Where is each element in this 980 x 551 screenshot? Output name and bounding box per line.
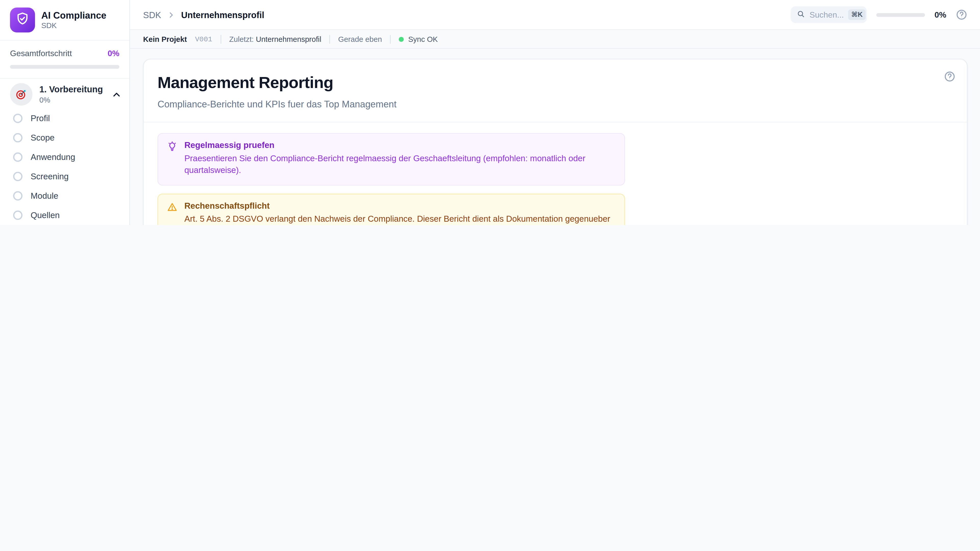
overall-progress-label: Gesamtfortschritt xyxy=(10,49,72,58)
step-label: Anwendung xyxy=(30,152,75,162)
phase-vorbereitung: 1. Vorbereitung 0% Profil Scope xyxy=(0,79,129,225)
app-logo xyxy=(10,7,35,32)
lightbulb-icon xyxy=(167,141,178,152)
report-header-card: Management Reporting Compliance-Berichte… xyxy=(143,59,967,225)
project-status: Kein Projekt xyxy=(143,35,187,43)
step-label: Profil xyxy=(30,114,50,123)
notice-title: Regelmaessig pruefen xyxy=(184,141,616,150)
notice-body: Art. 5 Abs. 2 DSGVO verlangt den Nachwei… xyxy=(184,213,616,225)
sidebar-header: AI Compliance SDK xyxy=(0,0,129,41)
last-saved-time: Gerade eben xyxy=(338,35,382,43)
step-screening[interactable]: Screening xyxy=(12,167,122,186)
step-status-icon xyxy=(13,133,22,143)
page-content: Management Reporting Compliance-Berichte… xyxy=(130,49,980,225)
step-label: Quellen xyxy=(30,210,60,220)
search-input[interactable]: Suchen... ⌘K xyxy=(791,6,867,23)
sidebar: AI Compliance SDK Gesamtfortschritt 0% xyxy=(0,0,130,225)
step-label: Scope xyxy=(30,133,55,143)
step-status-icon xyxy=(13,114,22,123)
phase-percent: 0% xyxy=(39,96,104,104)
app-title-block: AI Compliance SDK xyxy=(41,10,107,30)
app-window: AI Compliance SDK Gesamtfortschritt 0% xyxy=(0,0,980,225)
step-profil[interactable]: Profil xyxy=(12,109,122,128)
phase-label: 1. Vorbereitung xyxy=(39,84,104,94)
notice-title: Rechenschaftspflicht xyxy=(184,201,616,210)
notice-tip: Regelmaessig pruefen Praesentieren Sie d… xyxy=(158,133,625,186)
page-title: Management Reporting xyxy=(158,73,953,93)
shield-check-icon xyxy=(15,11,30,29)
step-module[interactable]: Module xyxy=(12,186,122,206)
breadcrumb: SDK Unternehmensprofil xyxy=(143,10,264,20)
help-icon[interactable] xyxy=(956,9,967,21)
status-bar: Kein Projekt V001 Zuletzt: Unternehmensp… xyxy=(130,30,980,49)
step-status-icon xyxy=(13,171,22,181)
app-subtitle: SDK xyxy=(41,21,107,30)
divider xyxy=(390,35,390,43)
divider xyxy=(329,35,330,43)
help-icon[interactable] xyxy=(944,71,956,83)
step-scope[interactable]: Scope xyxy=(12,128,122,148)
step-anwendung[interactable]: Anwendung xyxy=(12,148,122,167)
notice-warning: Rechenschaftspflicht Art. 5 Abs. 2 DSGVO… xyxy=(158,194,625,225)
step-label: Screening xyxy=(30,171,68,181)
breadcrumb-current: Unternehmensprofil xyxy=(181,10,264,20)
app-title: AI Compliance xyxy=(41,10,107,21)
step-status-icon xyxy=(13,191,22,200)
version-badge: V001 xyxy=(195,35,212,43)
step-label: Module xyxy=(30,191,58,200)
search-icon xyxy=(797,10,805,20)
chevron-right-icon xyxy=(167,10,175,19)
phase-navigation: 1. Vorbereitung 0% Profil Scope xyxy=(0,79,129,225)
step-status-icon xyxy=(13,152,22,162)
overall-progress: Gesamtfortschritt 0% xyxy=(0,41,129,79)
step-status-icon xyxy=(13,210,22,220)
notice-body: Praesentieren Sie den Compliance-Bericht… xyxy=(184,153,616,177)
sync-status: Sync OK xyxy=(399,35,438,43)
target-icon xyxy=(10,83,32,106)
chevron-up-icon[interactable] xyxy=(111,89,122,100)
page-subtitle: Compliance-Berichte und KPIs fuer das To… xyxy=(158,99,953,110)
sync-ok-dot xyxy=(399,37,404,41)
overall-progress-bar xyxy=(10,65,119,69)
search-placeholder: Suchen... xyxy=(810,10,844,19)
search-shortcut-badge: ⌘K xyxy=(848,10,866,20)
last-opened: Zuletzt: Unternehmensprofil xyxy=(229,35,321,43)
header-progress-value: 0% xyxy=(935,10,946,19)
phase-vorbereitung-header[interactable]: 1. Vorbereitung 0% xyxy=(10,83,122,106)
breadcrumb-root[interactable]: SDK xyxy=(143,10,161,20)
header-progress-bar xyxy=(877,13,925,17)
divider xyxy=(221,35,221,43)
warning-triangle-icon xyxy=(167,202,178,212)
overall-progress-value: 0% xyxy=(108,49,119,58)
step-quellen[interactable]: Quellen xyxy=(12,206,122,225)
phase-vorbereitung-steps: Profil Scope Anwendung Screening xyxy=(10,106,122,225)
top-bar: SDK Unternehmensprofil Suchen... ⌘K xyxy=(130,0,980,30)
main-area: SDK Unternehmensprofil Suchen... ⌘K xyxy=(130,0,980,225)
